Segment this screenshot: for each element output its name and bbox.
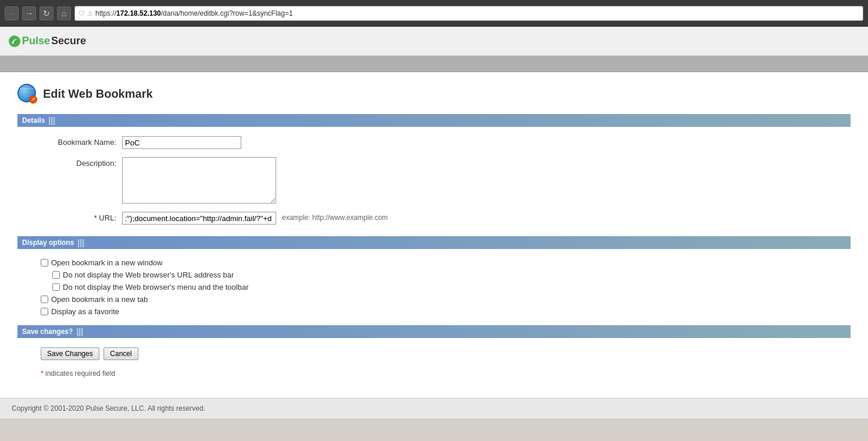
save-changes-button[interactable]: Save Changes [41,347,99,360]
description-textarea[interactable] [122,157,276,204]
no-menu-checkbox[interactable] [52,283,60,291]
no-address-bar-checkbox[interactable] [52,271,60,279]
nav-bar [0,56,868,72]
page-title-area: ↗ Edit Web Bookmark [17,84,851,104]
details-section-header: Details ||| [17,114,851,127]
page-title: Edit Web Bookmark [43,87,153,101]
home-button[interactable]: ⌂ [57,6,71,20]
details-header-label: Details [22,116,45,125]
new-window-label: Open bookmark in a new window [51,258,163,267]
required-star: * [41,369,44,378]
footer: Copyright © 2001-2020 Pulse Secure, LLC.… [0,398,868,418]
no-address-bar-row: Do not display the Web browser's URL add… [52,271,851,279]
bookmark-name-input[interactable] [122,136,241,149]
url-row: * URL: example: http://www.example.com [29,212,851,225]
url-text: https://172.18.52.130/dana/home/editbk.c… [95,9,293,17]
svg-point-0 [9,35,20,47]
new-window-row: Open bookmark in a new window [41,258,851,267]
display-options-section-header: Display options ||| [17,236,851,249]
bookmark-name-label: Bookmark Name: [29,136,122,147]
app-header: Pulse Secure [0,27,868,56]
shield-icon: 🛡 [78,10,85,17]
pulse-secure-logo: Pulse Secure [8,35,86,48]
logo-secure: Secure [51,35,86,47]
cancel-button[interactable]: Cancel [103,347,138,360]
bookmark-name-row: Bookmark Name: [29,136,851,149]
warning-icon: ⚠ [87,10,93,17]
display-options-header-label: Display options [22,239,74,247]
new-tab-checkbox[interactable] [41,296,48,303]
details-header-dots: ||| [48,116,55,125]
save-header-label: Save changes? [22,328,73,336]
details-form: Bookmark Name: Description: * URL: examp… [29,136,851,225]
no-menu-label: Do not display the Web browser's menu an… [63,283,248,291]
copyright-text: Copyright © 2001-2020 Pulse Secure, LLC.… [12,404,205,412]
refresh-button[interactable]: ↻ [40,6,53,20]
display-options-header-dots: ||| [77,238,84,247]
url-label: * URL: [29,212,122,222]
forward-button[interactable]: → [22,6,36,20]
no-menu-row: Do not display the Web browser's menu an… [52,283,851,291]
new-tab-label: Open bookmark in a new tab [51,295,148,304]
url-input[interactable] [122,212,276,225]
page-icon: ↗ [17,84,37,104]
new-tab-row: Open bookmark in a new tab [41,295,851,304]
save-section-header: Save changes? ||| [17,325,851,338]
arrow-overlay-icon: ↗ [29,95,37,104]
back-button[interactable]: ← [5,6,19,20]
pulse-leaf-icon [8,35,21,48]
new-window-checkbox[interactable] [41,259,48,266]
logo-pulse: Pulse [22,35,50,47]
favorite-checkbox[interactable] [41,308,48,315]
required-note: * indicates required field [41,369,851,378]
no-address-bar-label: Do not display the Web browser's URL add… [63,271,234,279]
description-label: Description: [29,157,122,168]
favorite-row: Display as a favorite [41,307,851,316]
main-content: ↗ Edit Web Bookmark Details ||| Bookmark… [0,72,868,398]
buttons-area: Save Changes Cancel [41,347,851,360]
address-bar: 🛡 ⚠ https://172.18.52.130/dana/home/edit… [74,6,863,21]
url-example: example: http://www.example.com [282,212,388,222]
favorite-label: Display as a favorite [51,307,119,316]
description-row: Description: [29,157,851,204]
browser-chrome: ← → ↻ ⌂ 🛡 ⚠ https://172.18.52.130/dana/h… [0,0,868,27]
required-note-text: indicates required field [45,369,115,378]
save-header-dots: ||| [76,327,83,336]
display-options-checkboxes: Open bookmark in a new window Do not dis… [41,258,851,316]
